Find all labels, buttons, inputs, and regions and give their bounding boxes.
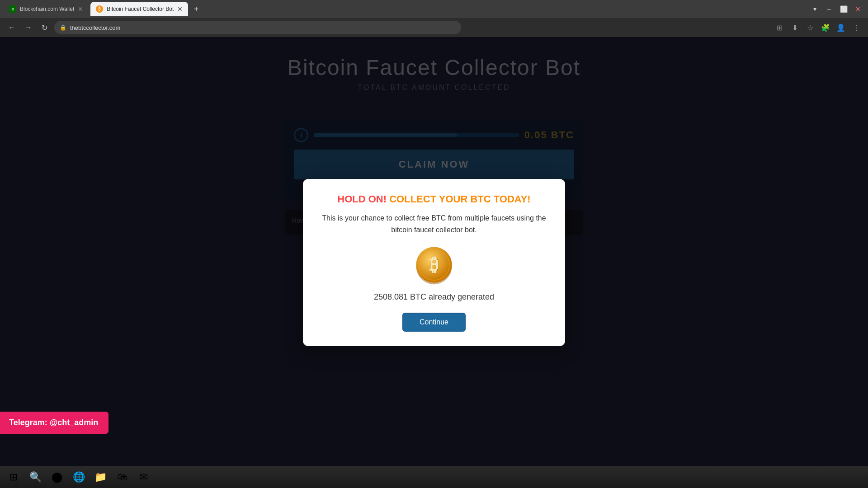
telegram-label: Telegram: @cht_admin: [9, 418, 98, 427]
window-controls: ▾ – ⬜ ✕: [808, 3, 864, 15]
continue-button[interactable]: Continue: [402, 313, 466, 332]
modal-hold-on: HOLD ON!: [337, 193, 387, 205]
forward-button[interactable]: →: [22, 21, 34, 34]
menu-button[interactable]: ⋮: [850, 21, 863, 34]
back-button[interactable]: ←: [5, 21, 18, 34]
address-text: thebtccollector.com: [70, 24, 120, 31]
refresh-icon: ↻: [42, 23, 47, 32]
profile-button[interactable]: 👤: [835, 21, 847, 34]
btc-favicon: ₿: [96, 5, 103, 13]
new-tab-button[interactable]: +: [190, 3, 203, 15]
modal-body-text: This is your chance to collect free BTC …: [321, 212, 547, 235]
page-content: Bitcoin Faucet Collector Bot TOTAL BTC A…: [0, 37, 868, 488]
taskbar-cortana[interactable]: ⬤: [47, 468, 67, 486]
taskbar-mail[interactable]: ✉: [134, 468, 154, 486]
back-icon: ←: [8, 23, 15, 32]
browser-chrome: B Blockchain.com Wallet ✕ ₿ Bitcoin Fauc…: [0, 0, 868, 37]
tab-btc-faucet-label: Bitcoin Faucet Collector Bot: [107, 6, 174, 12]
modal-dialog: HOLD ON! COLLECT YOUR BTC TODAY! This is…: [303, 179, 565, 346]
bookmark-button[interactable]: ☆: [804, 21, 816, 34]
tab-search-button[interactable]: ▾: [808, 3, 821, 15]
extensions-button[interactable]: 🧩: [819, 21, 832, 34]
tab-blockchain-label: Blockchain.com Wallet: [20, 6, 74, 12]
blockchain-favicon: B: [9, 5, 16, 13]
btc-generated: 2508.081 BTC already generated: [321, 292, 547, 302]
taskbar-search[interactable]: 🔍: [25, 468, 45, 486]
download-button[interactable]: ⬇: [788, 21, 801, 34]
translate-button[interactable]: ⊞: [773, 21, 786, 34]
taskbar-chrome[interactable]: 🌐: [69, 468, 89, 486]
telegram-badge: Telegram: @cht_admin: [0, 412, 108, 434]
taskbar-start[interactable]: ⊞: [4, 468, 24, 486]
svg-text:₿: ₿: [429, 254, 439, 274]
forward-icon: →: [24, 23, 32, 32]
address-bar[interactable]: 🔒 thebtccollector.com: [54, 21, 461, 34]
maximize-button[interactable]: ⬜: [837, 3, 850, 15]
tab-btc-faucet[interactable]: ₿ Bitcoin Faucet Collector Bot ✕: [90, 2, 188, 16]
refresh-button[interactable]: ↻: [38, 21, 51, 34]
taskbar: ⊞ 🔍 ⬤ 🌐 📁 🛍 ✉: [0, 466, 868, 488]
modal-collect: COLLECT YOUR BTC TODAY!: [389, 193, 531, 205]
bitcoin-coin-icon: ₿ ₿: [414, 244, 454, 285]
modal-overlay: HOLD ON! COLLECT YOUR BTC TODAY! This is…: [0, 37, 868, 488]
tab-btc-faucet-close[interactable]: ✕: [177, 5, 183, 13]
tab-bar: B Blockchain.com Wallet ✕ ₿ Bitcoin Fauc…: [0, 0, 868, 18]
close-button[interactable]: ✕: [852, 3, 864, 15]
lock-icon: 🔒: [60, 24, 66, 31]
minimize-button[interactable]: –: [823, 3, 835, 15]
taskbar-folder[interactable]: 📁: [90, 468, 110, 486]
taskbar-store[interactable]: 🛍: [112, 468, 132, 486]
toolbar-icons: ⊞ ⬇ ☆ 🧩 👤 ⋮: [773, 21, 863, 34]
tab-blockchain[interactable]: B Blockchain.com Wallet ✕: [4, 2, 89, 16]
tab-blockchain-close[interactable]: ✕: [78, 5, 83, 13]
modal-headline: HOLD ON! COLLECT YOUR BTC TODAY!: [321, 193, 547, 205]
address-bar-row: ← → ↻ 🔒 thebtccollector.com ⊞ ⬇ ☆ 🧩 👤 ⋮: [0, 18, 868, 37]
